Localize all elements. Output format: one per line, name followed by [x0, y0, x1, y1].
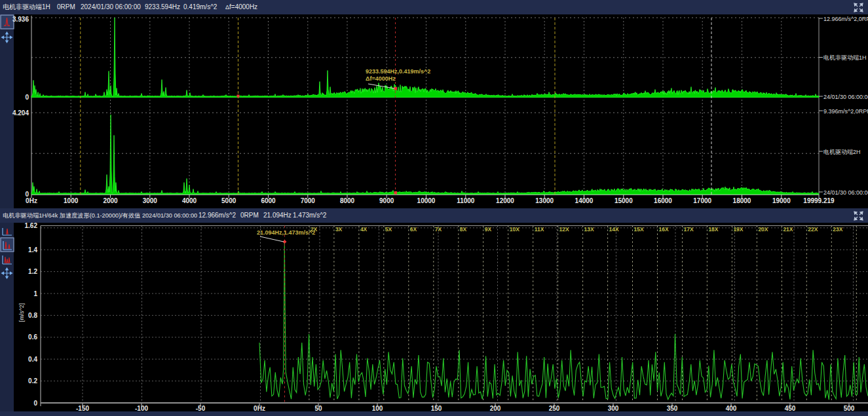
svg-text:4X: 4X	[360, 226, 368, 233]
svg-text:22X: 22X	[808, 226, 818, 233]
svg-text:16000: 16000	[654, 197, 672, 204]
svg-text:Δf=4000Hz: Δf=4000Hz	[366, 75, 396, 82]
svg-text:10000: 10000	[417, 197, 436, 204]
svg-text:1.62: 1.62	[25, 223, 38, 229]
svg-text:9.396m/s^2,0RPM: 9.396m/s^2,0RPM	[823, 108, 868, 115]
svg-text:2000: 2000	[103, 197, 118, 204]
svg-text:1000: 1000	[64, 197, 79, 204]
svg-text:1.4: 1.4	[28, 246, 37, 254]
svg-text:3X: 3X	[335, 226, 343, 233]
svg-text:8X: 8X	[460, 226, 467, 233]
svg-text:电机驱动端2H: 电机驱动端2H	[823, 149, 861, 155]
svg-text:19000: 19000	[772, 197, 791, 204]
svg-text:6000: 6000	[261, 197, 276, 204]
svg-text:23X: 23X	[833, 226, 842, 233]
svg-text:7X: 7X	[435, 226, 442, 233]
svg-text:20X: 20X	[758, 226, 768, 233]
svg-text:[m/s^2]: [m/s^2]	[18, 303, 25, 322]
svg-text:15000: 15000	[614, 197, 633, 204]
svg-text:13000: 13000	[535, 197, 554, 204]
svg-text:14X: 14X	[609, 226, 619, 233]
svg-text:5X: 5X	[385, 226, 392, 233]
svg-text:15X: 15X	[634, 226, 644, 233]
svg-text:4000: 4000	[182, 197, 197, 204]
svg-text:1.2: 1.2	[28, 268, 37, 275]
svg-text:24/01/30 06:00:00: 24/01/30 06:00:00	[823, 94, 868, 100]
svg-text:9000: 9000	[379, 197, 394, 204]
svg-text:3.936: 3.936	[12, 16, 29, 23]
svg-text:2X: 2X	[311, 226, 318, 233]
svg-text:0Hz: 0Hz	[26, 197, 37, 204]
svg-text:18000: 18000	[733, 197, 751, 204]
svg-text:0: 0	[33, 400, 37, 407]
svg-text:0.2: 0.2	[28, 377, 37, 385]
svg-text:12X: 12X	[559, 226, 569, 233]
svg-text:0.8: 0.8	[28, 312, 37, 319]
svg-text:6X: 6X	[410, 226, 417, 233]
svg-text:18X: 18X	[708, 226, 718, 233]
svg-text:9233.594Hz,0.419m/s^2: 9233.594Hz,0.419m/s^2	[366, 68, 430, 75]
svg-text:13X: 13X	[584, 226, 594, 233]
svg-text:电机非驱动端1H: 电机非驱动端1H	[823, 54, 867, 61]
svg-text:19X: 19X	[733, 226, 743, 233]
svg-text:0.6: 0.6	[28, 333, 37, 341]
svg-text:19999.219: 19999.219	[803, 197, 835, 204]
svg-text:0: 0	[25, 94, 29, 101]
svg-text:14000: 14000	[575, 197, 594, 204]
svg-text:7000: 7000	[301, 197, 316, 204]
svg-text:21.094Hz,1.473m/s^2: 21.094Hz,1.473m/s^2	[257, 229, 315, 236]
svg-text:24/01/30 06:00:00: 24/01/30 06:00:00	[823, 189, 868, 196]
svg-text:17X: 17X	[684, 226, 694, 233]
svg-text:9X: 9X	[485, 226, 492, 233]
svg-text:16X: 16X	[659, 226, 669, 233]
svg-text:0.4: 0.4	[28, 356, 37, 363]
svg-text:12.966m/s^2,0RPM: 12.966m/s^2,0RPM	[823, 16, 868, 22]
svg-text:11000: 11000	[457, 197, 475, 204]
svg-text:5000: 5000	[221, 197, 236, 204]
svg-text:17000: 17000	[693, 197, 711, 204]
svg-text:3000: 3000	[143, 197, 158, 204]
svg-text:4.204: 4.204	[12, 109, 29, 117]
svg-text:10X: 10X	[510, 226, 519, 233]
svg-text:12000: 12000	[496, 197, 514, 204]
svg-text:8000: 8000	[340, 197, 355, 204]
svg-text:11X: 11X	[535, 226, 544, 233]
svg-text:21X: 21X	[783, 226, 793, 233]
svg-text:1: 1	[33, 290, 37, 297]
